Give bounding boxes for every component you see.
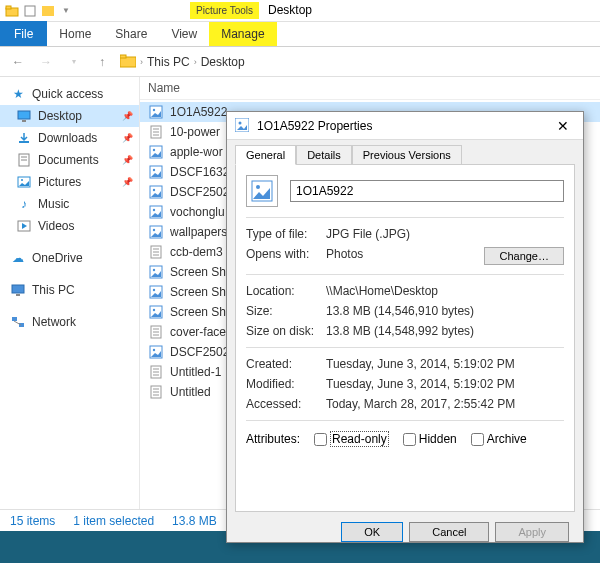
column-header-name[interactable]: Name bbox=[140, 77, 600, 100]
svg-rect-16 bbox=[12, 285, 24, 293]
image-file-icon bbox=[148, 304, 164, 320]
documents-icon bbox=[16, 152, 32, 168]
checkbox-icon[interactable] bbox=[22, 3, 38, 19]
svg-rect-19 bbox=[19, 323, 24, 327]
tab-view[interactable]: View bbox=[159, 22, 209, 46]
document-file-icon bbox=[148, 384, 164, 400]
status-size: 13.8 MB bbox=[172, 514, 217, 528]
breadcrumb-thispc[interactable]: This PC bbox=[147, 55, 190, 69]
forward-button[interactable]: → bbox=[36, 52, 56, 72]
history-dropdown[interactable]: ▾ bbox=[64, 52, 84, 72]
svg-rect-1 bbox=[6, 6, 11, 9]
quick-access-toolbar: ▼ bbox=[0, 3, 78, 19]
breadcrumb-desktop[interactable]: Desktop bbox=[201, 55, 245, 69]
back-button[interactable]: ← bbox=[8, 52, 28, 72]
svg-point-36 bbox=[153, 229, 155, 231]
image-file-icon bbox=[148, 224, 164, 240]
file-name: Screen Sho bbox=[170, 265, 233, 279]
prop-label: Modified: bbox=[246, 377, 326, 391]
sidebar-item-documents[interactable]: Documents📌 bbox=[0, 149, 139, 171]
folder-small-icon[interactable] bbox=[40, 3, 56, 19]
attr-hidden[interactable]: Hidden bbox=[403, 432, 457, 446]
tab-home[interactable]: Home bbox=[47, 22, 103, 46]
dialog-buttons: OK Cancel Apply bbox=[227, 512, 583, 552]
dropdown-icon[interactable]: ▼ bbox=[58, 3, 74, 19]
tree-label: Network bbox=[32, 315, 76, 329]
quick-access[interactable]: ★ Quick access bbox=[0, 83, 139, 105]
tree-label: Documents bbox=[38, 153, 99, 167]
svg-rect-3 bbox=[42, 6, 54, 16]
file-name: ccb-dem3 bbox=[170, 245, 223, 259]
attr-readonly[interactable]: Read-only bbox=[314, 431, 389, 447]
sidebar-item-videos[interactable]: Videos bbox=[0, 215, 139, 237]
onedrive[interactable]: ☁ OneDrive bbox=[0, 247, 139, 269]
pin-icon: 📌 bbox=[122, 111, 133, 121]
network[interactable]: Network bbox=[0, 311, 139, 333]
tab-share[interactable]: Share bbox=[103, 22, 159, 46]
svg-point-52 bbox=[153, 349, 155, 351]
document-file-icon bbox=[148, 364, 164, 380]
title-bar: ▼ Picture Tools Desktop bbox=[0, 0, 600, 22]
svg-rect-2 bbox=[25, 6, 35, 16]
file-tab[interactable]: File bbox=[0, 21, 47, 46]
checkbox-readonly[interactable] bbox=[314, 433, 327, 446]
tree-label: Quick access bbox=[32, 87, 103, 101]
window-title: Desktop bbox=[268, 3, 312, 17]
svg-point-34 bbox=[153, 209, 155, 211]
image-file-icon bbox=[235, 118, 251, 134]
close-button[interactable]: ✕ bbox=[551, 114, 575, 138]
tree-label: Music bbox=[38, 197, 69, 211]
apply-button[interactable]: Apply bbox=[495, 522, 569, 542]
pin-icon: 📌 bbox=[122, 133, 133, 143]
sidebar-item-pictures[interactable]: Pictures📌 bbox=[0, 171, 139, 193]
svg-rect-7 bbox=[22, 120, 26, 122]
sidebar-item-music[interactable]: ♪Music bbox=[0, 193, 139, 215]
svg-point-22 bbox=[153, 109, 155, 111]
file-name: DSCF2502 bbox=[170, 185, 229, 199]
tab-previous-versions[interactable]: Previous Versions bbox=[352, 145, 462, 165]
navigation-bar: ← → ▾ ↑ › This PC › Desktop bbox=[0, 47, 600, 77]
svg-point-30 bbox=[153, 169, 155, 171]
tree-label: Downloads bbox=[38, 131, 97, 145]
prop-label: Accessed: bbox=[246, 397, 326, 411]
tab-details[interactable]: Details bbox=[296, 145, 352, 165]
up-button[interactable]: ↑ bbox=[92, 52, 112, 72]
svg-rect-8 bbox=[19, 141, 29, 143]
checkbox-hidden[interactable] bbox=[403, 433, 416, 446]
svg-rect-6 bbox=[18, 111, 30, 119]
this-pc[interactable]: This PC bbox=[0, 279, 139, 301]
attr-archive[interactable]: Archive bbox=[471, 432, 527, 446]
prop-label: Size on disk: bbox=[246, 324, 326, 338]
file-name: Screen Sho bbox=[170, 285, 233, 299]
tree-label: Desktop bbox=[38, 109, 82, 123]
prop-value-type: JPG File (.JPG) bbox=[326, 227, 564, 241]
prop-label: Size: bbox=[246, 304, 326, 318]
ok-button[interactable]: OK bbox=[341, 522, 403, 542]
ribbon: File Home Share View Manage bbox=[0, 22, 600, 47]
sidebar-item-desktop[interactable]: Desktop📌 bbox=[0, 105, 139, 127]
star-icon: ★ bbox=[10, 86, 26, 102]
chevron-right-icon[interactable]: › bbox=[194, 57, 197, 67]
file-name: DSCF2502 bbox=[170, 345, 229, 359]
image-file-icon bbox=[148, 204, 164, 220]
prop-label: Attributes: bbox=[246, 432, 300, 446]
cancel-button[interactable]: Cancel bbox=[409, 522, 489, 542]
change-button[interactable]: Change… bbox=[484, 247, 564, 265]
prop-value-opens: Photos bbox=[326, 247, 484, 265]
downloads-icon bbox=[16, 130, 32, 146]
svg-point-42 bbox=[153, 269, 155, 271]
tab-general[interactable]: General bbox=[235, 145, 296, 165]
breadcrumb[interactable]: › This PC › Desktop bbox=[120, 54, 592, 70]
image-file-icon bbox=[148, 104, 164, 120]
tab-manage[interactable]: Manage bbox=[209, 22, 276, 46]
dialog-tabs: General Details Previous Versions bbox=[235, 145, 575, 165]
sidebar-item-downloads[interactable]: Downloads📌 bbox=[0, 127, 139, 149]
checkbox-archive[interactable] bbox=[471, 433, 484, 446]
file-name: Untitled-1 bbox=[170, 365, 221, 379]
image-file-icon bbox=[246, 175, 278, 207]
prop-label: Opens with: bbox=[246, 247, 326, 265]
videos-icon bbox=[16, 218, 32, 234]
filename-input[interactable] bbox=[290, 180, 564, 202]
file-name: 1O1A5922 bbox=[170, 105, 227, 119]
chevron-right-icon[interactable]: › bbox=[140, 57, 143, 67]
